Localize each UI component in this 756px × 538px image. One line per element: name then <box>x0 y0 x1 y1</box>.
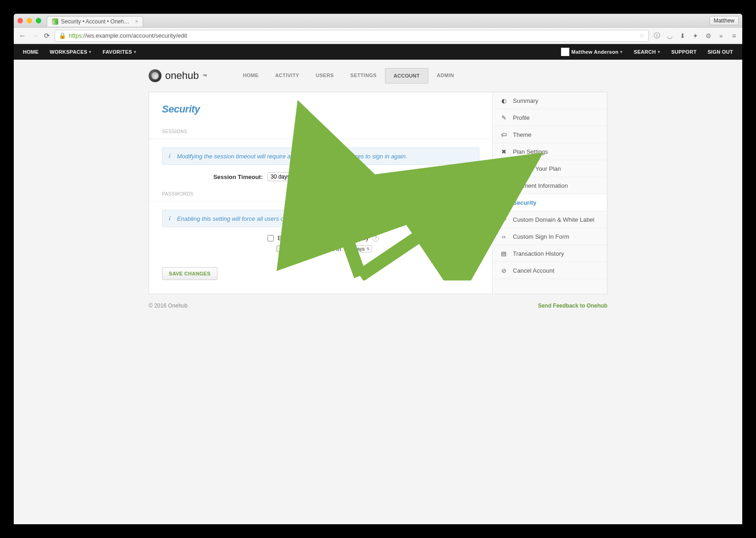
chevron-down-icon: ▾ <box>658 50 660 54</box>
main-nav: HOME ACTIVITY USERS SETTINGS ACCOUNT ADM… <box>234 68 462 84</box>
password-expires-checkbox[interactable] <box>277 246 283 252</box>
browser-address-bar: ← → ⟳ 🔒 https://ws.example.com/account/s… <box>14 28 742 44</box>
brand-logo[interactable]: onehub™ <box>149 69 207 82</box>
sessions-info-text: Modifying the session timeout will requi… <box>177 153 407 160</box>
sessions-info-box: i Modifying the session timeout will req… <box>162 147 479 165</box>
sidebar-item-custom-signin[interactable]: ‹›Custom Sign In Form <box>493 228 607 245</box>
browser-tab[interactable]: Security • Account • Oneh… × <box>47 16 143 27</box>
extension-pocket-icon[interactable]: ◡ <box>666 32 673 39</box>
sidebar-item-label: Plan Settings <box>513 148 548 155</box>
sidebar-item-theme[interactable]: 🏷Theme <box>493 126 607 143</box>
brand-mark-icon <box>149 69 161 82</box>
session-timeout-value: 30 days <box>271 174 290 180</box>
extension-gear-icon[interactable]: ⚙ <box>705 32 712 39</box>
select-arrow-icon: ⇅ <box>359 174 365 179</box>
extension-puzzle-icon[interactable]: ✦ <box>692 32 699 39</box>
url-field[interactable]: 🔒 https://ws.example.com/account/securit… <box>55 30 649 42</box>
sidebar-item-cancel-account[interactable]: ⊘Cancel Account <box>493 262 607 279</box>
topbar-sign-out[interactable]: SIGN OUT <box>707 49 733 55</box>
tag-icon: 🏷 <box>500 131 507 138</box>
passwords-section-label: PASSWORDS <box>162 191 479 196</box>
nav-account[interactable]: ACCOUNT <box>385 68 428 84</box>
save-changes-button[interactable]: SAVE CHANGES <box>162 267 217 280</box>
ban-icon: ⊘ <box>500 267 507 274</box>
topbar-favorites-label: FAVORITES <box>103 49 132 55</box>
info-icon: i <box>169 215 171 222</box>
lock-icon: 🔒 <box>59 32 66 39</box>
nav-users[interactable]: USERS <box>307 68 342 84</box>
pen-icon: ✎ <box>500 114 507 121</box>
session-timeout-select[interactable]: 30 days ⇅ <box>267 172 368 181</box>
sidebar-item-payment[interactable]: ▭Payment Information <box>493 177 607 194</box>
sidebar-item-label: Payment Information <box>513 182 568 189</box>
nav-activity[interactable]: ACTIVITY <box>267 68 308 84</box>
brand-name: onehub <box>165 70 199 82</box>
window-close-icon[interactable] <box>17 18 23 23</box>
back-button[interactable]: ← <box>18 32 27 40</box>
topbar-user-name: Matthew Anderson <box>571 49 618 55</box>
url-path: ://ws.example.com/account/security/edit <box>82 32 187 39</box>
window-maximize-icon[interactable] <box>36 18 41 23</box>
tab-close-icon[interactable]: × <box>135 18 138 25</box>
url-scheme: https <box>69 32 82 39</box>
topbar-search[interactable]: SEARCH▾ <box>634 49 661 55</box>
extension-info-icon[interactable]: ⓘ <box>653 32 661 39</box>
topbar-favorites[interactable]: FAVORITES▾ <box>103 49 137 55</box>
sidebar-item-label: Custom Sign In Form <box>513 233 569 240</box>
extension-more-icon[interactable]: » <box>717 32 725 39</box>
help-icon[interactable]: ? <box>372 235 379 241</box>
topbar-workspaces-label: WORKSPACES <box>50 49 87 55</box>
sidebar-item-change-plan[interactable]: ▮▮Change Your Plan <box>493 160 607 177</box>
footer-feedback-link[interactable]: Send Feedback to Onehub <box>538 303 607 309</box>
favicon-icon <box>52 18 58 25</box>
topbar-user-menu[interactable]: Matthew Anderson ▾ <box>561 48 623 56</box>
nav-settings[interactable]: SETTINGS <box>342 68 385 84</box>
reload-button[interactable]: ⟳ <box>44 32 50 40</box>
sidebar-item-label: Profile <box>513 114 530 121</box>
tools-icon: ✖ <box>500 148 507 155</box>
sidebar-item-security[interactable]: 🔒Security <box>493 194 607 211</box>
window-minimize-icon[interactable] <box>27 18 32 23</box>
browser-menu-icon[interactable]: ≡ <box>730 32 738 39</box>
sidebar-item-custom-domain[interactable]: 👁Custom Domain & White Label <box>493 211 607 228</box>
bookmark-star-icon[interactable]: ☆ <box>639 32 645 39</box>
forward-button: → <box>31 32 39 40</box>
sidebar-item-profile[interactable]: ✎Profile <box>493 109 607 126</box>
passwords-info-text: Enabling this setting will force all use… <box>177 215 471 222</box>
bars-icon: ▮▮ <box>500 165 507 172</box>
extension-download-icon[interactable]: ⬇ <box>679 32 686 39</box>
gauge-icon: ◐ <box>500 97 507 104</box>
browser-profile-button[interactable]: Matthew <box>710 16 739 25</box>
sidebar-item-label: Summary <box>513 97 539 104</box>
sidebar-item-label: Security <box>513 199 536 206</box>
sidebar-item-label: Change Your Plan <box>513 165 561 172</box>
sessions-section-label: SESSIONS <box>162 129 479 134</box>
divider <box>149 139 492 139</box>
nav-home[interactable]: HOME <box>234 68 267 84</box>
list-icon: ▤ <box>500 250 507 257</box>
topbar-search-label: SEARCH <box>634 49 656 55</box>
sidebar-item-summary[interactable]: ◐Summary <box>493 92 607 109</box>
enforce-complex-password-checkbox[interactable] <box>267 235 274 241</box>
topbar-workspaces[interactable]: WORKSPACES▾ <box>50 49 92 55</box>
nav-admin[interactable]: ADMIN <box>428 68 462 84</box>
passwords-info-box: i Enabling this setting will force all u… <box>162 210 479 227</box>
lock-icon: 🔒 <box>500 199 507 206</box>
browser-tab-bar: Security • Account • Oneh… × Matthew <box>14 14 742 28</box>
chevron-down-icon: ▾ <box>134 50 136 54</box>
sidebar-item-label: Cancel Account <box>513 267 554 274</box>
footer-copyright: © 2016 Onehub <box>149 303 188 309</box>
password-expires-label: Password Expires In <box>287 246 341 252</box>
tab-title: Security • Account • Oneh… <box>61 18 129 25</box>
topbar-support[interactable]: SUPPORT <box>671 49 696 55</box>
topbar-home[interactable]: HOME <box>23 49 39 55</box>
sidebar-item-transaction-history[interactable]: ▤Transaction History <box>493 245 607 262</box>
avatar <box>561 48 569 56</box>
sidebar-item-label: Transaction History <box>513 250 564 257</box>
code-icon: ‹› <box>500 233 507 240</box>
password-expires-select[interactable]: 90 days ⇅ <box>345 245 372 252</box>
sidebar-item-plan-settings[interactable]: ✖Plan Settings <box>493 143 607 160</box>
sidebar-item-label: Theme <box>513 131 531 138</box>
window-controls <box>17 18 41 23</box>
sidebar-item-label: Custom Domain & White Label <box>513 216 595 223</box>
